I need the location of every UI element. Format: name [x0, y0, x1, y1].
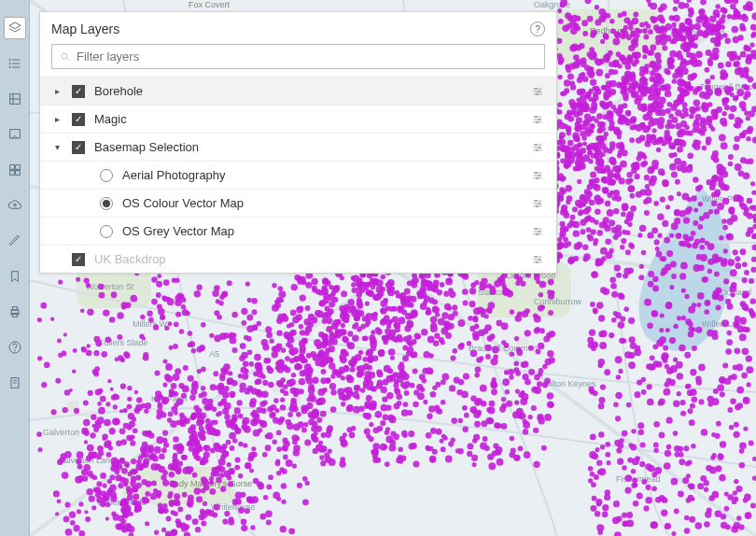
- svg-point-2268: [576, 148, 581, 154]
- svg-point-2210: [672, 79, 677, 84]
- svg-point-1751: [626, 172, 632, 177]
- svg-point-1151: [278, 290, 286, 298]
- svg-point-3266: [229, 516, 234, 522]
- svg-point-1983: [568, 257, 575, 263]
- radio-grey[interactable]: [100, 225, 113, 238]
- report-tool-icon[interactable]: [4, 372, 26, 394]
- svg-point-1900: [605, 238, 611, 245]
- svg-point-3009: [339, 393, 346, 401]
- legend-tool-icon[interactable]: [4, 52, 26, 75]
- svg-point-3068: [401, 310, 407, 316]
- svg-point-2215: [679, 61, 687, 68]
- draw-tool-icon[interactable]: [4, 230, 26, 252]
- layer-options-icon[interactable]: [530, 140, 545, 155]
- layers-tool-icon[interactable]: [4, 17, 26, 39]
- svg-point-2250: [744, 159, 749, 164]
- chevron-right-icon[interactable]: ▸: [51, 86, 63, 96]
- svg-point-3125: [395, 290, 399, 295]
- layer-backdrop[interactable]: ▸ UK Backdrop: [40, 245, 556, 273]
- checkbox-magic[interactable]: [72, 113, 85, 126]
- basemap-option-grey[interactable]: OS Grey Vector Map: [40, 217, 556, 245]
- svg-point-3595: [84, 510, 88, 514]
- svg-point-1768: [607, 115, 613, 121]
- layer-label[interactable]: Borehole: [94, 84, 521, 98]
- svg-point-2727: [623, 274, 628, 279]
- svg-point-3577: [166, 297, 171, 302]
- svg-point-2989: [514, 336, 519, 341]
- svg-point-2289: [684, 208, 691, 215]
- svg-point-2019: [693, 99, 701, 106]
- svg-point-1351: [355, 354, 362, 361]
- checkbox-backdrop[interactable]: [72, 253, 85, 266]
- svg-point-2659: [677, 373, 683, 379]
- filter-layers-input[interactable]: [77, 49, 537, 63]
- layer-options-icon[interactable]: [530, 252, 545, 267]
- svg-point-3331: [281, 500, 286, 504]
- layer-label[interactable]: Magic: [94, 112, 521, 126]
- help-tool-icon[interactable]: [4, 336, 26, 359]
- svg-point-2459: [744, 270, 749, 275]
- tools-tool-icon[interactable]: [4, 88, 26, 110]
- svg-point-1888: [695, 50, 703, 58]
- layer-magic[interactable]: ▸ Magic: [40, 105, 556, 133]
- svg-point-3184: [523, 419, 527, 424]
- svg-point-1895: [683, 217, 690, 223]
- radio-aerial[interactable]: [100, 169, 113, 182]
- layer-options-icon[interactable]: [530, 84, 545, 99]
- layer-label[interactable]: Basemap Selection: [94, 140, 521, 154]
- svg-point-3562: [175, 278, 179, 283]
- svg-point-2871: [341, 323, 345, 328]
- svg-point-1918: [647, 166, 654, 174]
- svg-point-2585: [681, 316, 687, 321]
- option-label[interactable]: OS Grey Vector Map: [122, 224, 521, 238]
- svg-point-2048: [623, 96, 629, 102]
- option-label[interactable]: OS Colour Vector Map: [122, 196, 521, 210]
- svg-point-858: [75, 476, 82, 484]
- svg-point-2729: [743, 397, 749, 402]
- option-label[interactable]: Aerial Photography: [122, 168, 521, 182]
- svg-point-2692: [721, 319, 729, 327]
- svg-point-3047: [380, 300, 387, 307]
- basemap-option-aerial[interactable]: Aerial Photography: [40, 161, 556, 189]
- svg-point-3347: [276, 471, 281, 475]
- chevron-right-icon[interactable]: ▸: [51, 114, 63, 124]
- svg-point-3246: [216, 477, 222, 484]
- layer-options-icon[interactable]: [530, 196, 545, 211]
- svg-point-2496: [742, 277, 748, 283]
- svg-point-768: [154, 530, 159, 535]
- svg-point-239: [227, 462, 231, 467]
- print-tool-icon[interactable]: [4, 301, 26, 323]
- layer-options-icon[interactable]: [530, 112, 545, 127]
- svg-point-1446: [268, 382, 273, 388]
- layer-borehole[interactable]: ▸ Borehole: [40, 77, 556, 105]
- svg-point-786: [249, 402, 256, 408]
- export-tool-icon[interactable]: [4, 123, 26, 146]
- layer-options-icon[interactable]: [530, 224, 545, 239]
- layer-options-icon[interactable]: [530, 168, 545, 183]
- filter-layers-box[interactable]: [51, 44, 545, 69]
- layer-basemap[interactable]: ▾ Basemap Selection: [40, 133, 556, 161]
- basemap-option-colour[interactable]: OS Colour Vector Map: [40, 189, 556, 217]
- svg-point-2956: [357, 287, 362, 292]
- svg-point-1338: [240, 343, 246, 349]
- chevron-down-icon[interactable]: ▾: [51, 142, 63, 152]
- svg-point-3585: [134, 390, 138, 394]
- svg-point-2661: [750, 267, 756, 273]
- checkbox-borehole[interactable]: [72, 85, 85, 98]
- svg-point-3239: [251, 298, 257, 303]
- bookmark-tool-icon[interactable]: [4, 265, 26, 288]
- radio-colour[interactable]: [100, 197, 113, 210]
- svg-point-245: [181, 393, 187, 399]
- svg-point-60: [266, 484, 272, 489]
- svg-point-2529: [663, 388, 670, 396]
- help-icon[interactable]: ?: [530, 21, 545, 36]
- checkbox-basemap[interactable]: [72, 141, 85, 154]
- assets-tool-icon[interactable]: [4, 159, 26, 181]
- svg-point-2746: [380, 420, 385, 426]
- svg-point-2658: [598, 397, 605, 403]
- svg-point-1976: [590, 180, 595, 185]
- upload-tool-icon[interactable]: [4, 194, 26, 217]
- svg-point-2168: [651, 102, 659, 109]
- svg-point-2109: [681, 192, 689, 200]
- svg-point-3182: [372, 443, 380, 450]
